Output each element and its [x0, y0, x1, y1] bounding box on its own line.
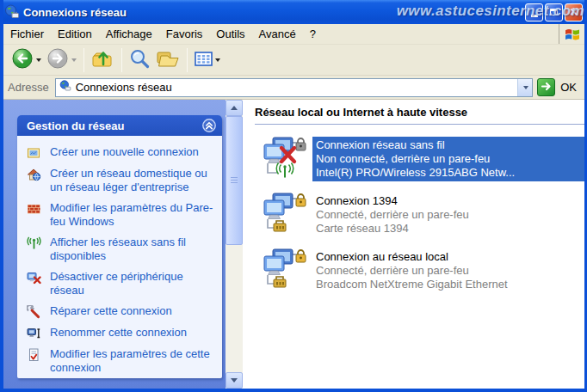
window-controls: ✕: [525, 3, 583, 21]
scroll-up-button[interactable]: [226, 100, 243, 116]
scroll-up-icon: [231, 106, 238, 110]
toolbar-separator: [83, 48, 84, 72]
views-dropdown-icon[interactable]: [215, 58, 220, 62]
search-icon: [129, 48, 151, 72]
firewall-icon: [27, 202, 42, 216]
wired-connection-icon: [262, 248, 308, 290]
maximize-icon: [550, 9, 558, 15]
scroll-down-button[interactable]: [226, 372, 243, 389]
task-create-home-network[interactable]: Créer un réseau domestique ou un réseau …: [27, 167, 217, 194]
maximize-button[interactable]: [545, 3, 563, 21]
connections-panel: Réseau local ou Internet à haute vitesse: [243, 100, 584, 389]
address-input[interactable]: Connexions réseau: [55, 78, 534, 97]
wired-connection-icon: [262, 193, 308, 234]
address-label: Adresse: [8, 81, 51, 94]
group-title-rule: [255, 124, 584, 125]
connection-device: Broadcom NetXtreme Gigabit Ethernet: [316, 278, 584, 291]
connection-wireless[interactable]: Connexion réseau sans fil Non connecté, …: [262, 137, 584, 181]
collapse-chevron-icon[interactable]: [201, 118, 217, 133]
toolbar-separator: [187, 48, 188, 72]
group-title: Réseau local ou Internet à haute vitesse: [255, 106, 584, 119]
task-connection-settings[interactable]: Modifier les paramètres de cette connexi…: [27, 347, 217, 375]
taskpane-title: Gestion du réseau: [27, 119, 124, 132]
network-connections-icon: [4, 4, 20, 20]
menu-aide[interactable]: ?: [303, 24, 323, 44]
scrollbar-thumb[interactable]: [226, 116, 243, 245]
go-button[interactable]: [537, 78, 555, 96]
scrollbar-track[interactable]: [226, 245, 243, 372]
folders-button[interactable]: [153, 47, 182, 73]
connection-1394[interactable]: Connexion 1394 Connecté, derrière un par…: [262, 193, 584, 237]
views-button[interactable]: [192, 49, 223, 71]
up-folder-icon: [91, 48, 114, 72]
search-button[interactable]: [127, 46, 153, 74]
task-pane: Gestion du réseau: [3, 100, 226, 389]
connection-status: Connecté, derrière un pare-feu: [316, 264, 584, 278]
network-tasks-card: Gestion du réseau: [17, 115, 222, 378]
address-item-icon: [59, 80, 71, 95]
menu-edition[interactable]: Edition: [51, 24, 99, 44]
network-connections-window: Connexions réseau ✕ www.astucesinternet.…: [0, 0, 587, 392]
address-dropdown-button[interactable]: [517, 79, 532, 96]
taskpane-header[interactable]: Gestion du réseau: [17, 115, 222, 136]
wireless-connection-icon: [262, 137, 308, 178]
go-arrow-icon: [540, 80, 553, 95]
connection-text: Connexion réseau sans fil Non connecté, …: [312, 137, 584, 181]
connection-settings-icon: [27, 348, 42, 362]
task-view-wireless-networks[interactable]: Afficher les réseaux sans fil disponible…: [27, 236, 217, 263]
connection-status: Non connecté, derrière un pare-feu: [316, 152, 584, 166]
scrollbar-grip-icon: [231, 177, 238, 185]
close-icon: ✕: [569, 7, 578, 17]
content-area: Gestion du réseau: [3, 100, 584, 389]
chevron-down-icon: [523, 86, 528, 89]
vertical-scrollbar[interactable]: [226, 100, 243, 389]
connection-text: Connexion au réseau local Connecté, derr…: [312, 248, 584, 293]
rename-icon: [27, 327, 42, 340]
up-button[interactable]: [89, 46, 117, 74]
close-button[interactable]: ✕: [565, 3, 583, 21]
connection-name: Connexion au réseau local: [316, 250, 584, 264]
forward-button[interactable]: [44, 46, 79, 74]
connection-device: Intel(R) PRO/Wireless 2915ABG Netw...: [316, 166, 584, 180]
connection-name: Connexion réseau sans fil: [316, 138, 584, 152]
minimize-button[interactable]: [525, 3, 543, 21]
go-label: OK: [560, 81, 577, 94]
disable-device-icon: [27, 271, 42, 285]
back-dropdown-icon[interactable]: [36, 58, 41, 62]
toolbar: [3, 45, 584, 76]
connection-status: Connecté, derrière un pare-feu: [316, 208, 584, 222]
forward-dropdown-icon: [71, 58, 77, 62]
connection-lan[interactable]: Connexion au réseau local Connecté, derr…: [262, 248, 584, 293]
task-create-connection[interactable]: Créer une nouvelle connexion: [27, 145, 217, 160]
folders-icon: [156, 49, 180, 71]
connection-device: Carte réseau 1394: [316, 222, 584, 236]
address-value: Connexions réseau: [76, 81, 514, 94]
menu-affichage[interactable]: Affichage: [99, 24, 159, 44]
forward-icon: [46, 47, 69, 72]
connections-list: Connexion réseau sans fil Non connecté, …: [262, 137, 584, 293]
repair-icon: [27, 305, 42, 319]
connection-name: Connexion 1394: [316, 194, 584, 208]
menu-favoris[interactable]: Favoris: [159, 24, 210, 44]
new-connection-icon: [27, 146, 42, 160]
window-title: Connexions réseau: [23, 6, 127, 19]
back-button[interactable]: [9, 46, 44, 74]
connection-text: Connexion 1394 Connecté, derrière un par…: [312, 193, 584, 237]
back-icon: [11, 47, 34, 72]
windows-logo-icon: [559, 24, 584, 44]
menu-outils[interactable]: Outils: [209, 24, 251, 44]
views-icon: [195, 51, 213, 70]
taskpane-body: Créer une nouvelle connexion Créer un ré…: [17, 136, 222, 378]
wireless-icon: [27, 236, 42, 250]
address-bar: Adresse Connexions réseau OK: [3, 76, 584, 100]
menu-bar: Fichier Edition Affichage Favoris Outils…: [3, 24, 584, 45]
task-rename-connection[interactable]: Renommer cette connexion: [27, 326, 217, 340]
minimize-icon: [531, 15, 538, 17]
task-firewall-settings[interactable]: Modifier les paramètres du Pare-feu Wind…: [27, 201, 217, 229]
menu-avance[interactable]: Avancé: [252, 24, 303, 44]
task-repair-connection[interactable]: Réparer cette connexion: [27, 304, 217, 319]
titlebar[interactable]: Connexions réseau ✕ www.astucesinternet.…: [0, 0, 587, 24]
task-disable-device[interactable]: Désactiver ce périphérique réseau: [27, 270, 217, 297]
menu-fichier[interactable]: Fichier: [3, 24, 51, 44]
scroll-down-icon: [231, 378, 238, 383]
